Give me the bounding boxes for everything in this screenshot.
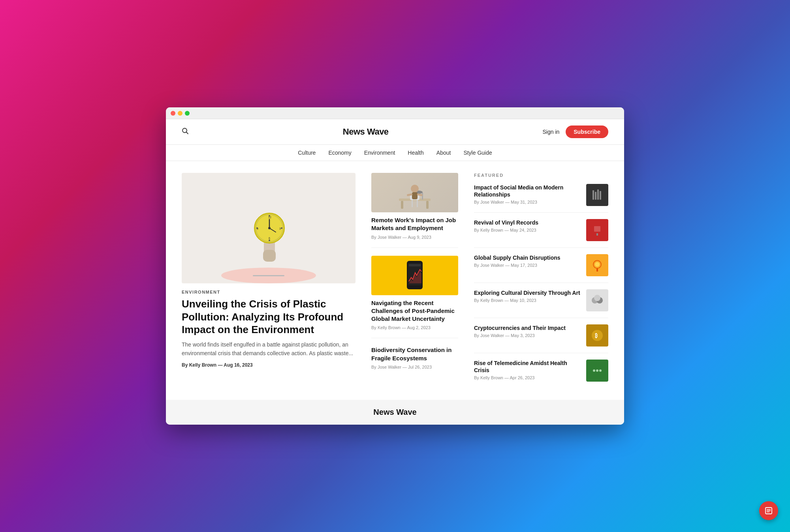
nav-item-health[interactable]: Health <box>408 150 423 156</box>
hero-byline-prefix: By <box>182 362 188 368</box>
svg-rect-39 <box>596 233 598 236</box>
featured-item[interactable]: Global Supply Chain Disruptions By Jose … <box>474 254 608 283</box>
signin-button[interactable]: Sign in <box>542 129 559 135</box>
hero-article: 12 3 6 9 ENVIRONMENT Unveiling the Crisi… <box>182 173 356 388</box>
main-content: 12 3 6 9 ENVIRONMENT Unveiling the Crisi… <box>166 161 624 400</box>
header-right: Sign in Subscribe <box>542 126 608 138</box>
featured-item[interactable]: Cryptocurrencies and Their Impact By Jos… <box>474 324 608 353</box>
article-card-2-title: Navigating the Recent Challenges of Post… <box>371 299 458 323</box>
featured-item-3-byline: By Jose Walker — May 17, 2023 <box>474 263 581 268</box>
article-card[interactable]: Biodiversity Conservation in Fragile Eco… <box>371 346 458 377</box>
article-card-1-image <box>371 173 458 212</box>
article-card-3-byline: By Jose Walker — Jul 26, 2023 <box>371 365 458 369</box>
hero-title: Unveiling the Crisis of Plastic Pollutio… <box>182 298 356 336</box>
svg-point-12 <box>268 227 271 229</box>
hero-line <box>253 275 284 276</box>
article-card-2-image <box>371 256 458 295</box>
browser-dot-fullscreen[interactable] <box>185 111 190 116</box>
svg-point-41 <box>595 262 600 267</box>
footer-title: News Wave <box>182 408 608 417</box>
svg-rect-21 <box>412 200 413 207</box>
svg-rect-35 <box>597 189 599 200</box>
featured-item-3-thumb <box>586 254 608 276</box>
svg-point-45 <box>594 295 600 301</box>
featured-item-1-title: Impact of Social Media on Modern Relatio… <box>474 184 581 198</box>
svg-point-49 <box>593 369 595 372</box>
featured-item-2-thumb <box>586 219 608 241</box>
featured-item-4-title: Exploring Cultural Diversity Through Art <box>474 289 581 296</box>
svg-rect-34 <box>595 192 596 200</box>
article-card[interactable]: Remote Work's Impact on Job Markets and … <box>371 173 458 248</box>
browser-chrome <box>166 107 624 119</box>
featured-item-2-byline: By Kelly Brown — May 24, 2023 <box>474 228 581 232</box>
featured-item-2-text: Revival of Vinyl Records By Kelly Brown … <box>474 219 581 232</box>
person-desk-image <box>371 173 458 212</box>
hero-byline-sep: — <box>218 362 224 368</box>
svg-rect-42 <box>596 268 598 272</box>
site-nav: Culture Economy Environment Health About… <box>166 145 624 161</box>
svg-point-51 <box>599 369 602 372</box>
featured-item[interactable]: Revival of Vinyl Records By Kelly Brown … <box>474 219 608 248</box>
site-header: News Wave Sign in Subscribe <box>166 119 624 145</box>
svg-text:₿: ₿ <box>595 333 598 339</box>
nav-item-culture[interactable]: Culture <box>298 150 316 156</box>
svg-point-50 <box>596 369 598 372</box>
article-card-3-title: Biodiversity Conservation in Fragile Eco… <box>371 346 458 362</box>
featured-label: FEATURED <box>474 173 608 178</box>
footer-area: News Wave <box>166 400 624 425</box>
header-left <box>182 127 189 136</box>
fab-button[interactable] <box>759 501 778 520</box>
svg-text:6: 6 <box>269 237 270 240</box>
featured-item-5-thumb: ₿ <box>586 324 608 347</box>
svg-point-25 <box>411 185 419 193</box>
featured-item-6-thumb <box>586 360 608 382</box>
svg-text:12: 12 <box>268 216 271 219</box>
svg-rect-38 <box>594 226 600 232</box>
featured-item[interactable]: Rise of Telemedicine Amidst Health Crisi… <box>474 360 608 388</box>
svg-point-7 <box>269 240 270 241</box>
svg-point-9 <box>281 227 282 229</box>
featured-section: FEATURED Impact of Social Media on Moder… <box>474 173 608 388</box>
browser-window: News Wave Sign in Subscribe Culture Econ… <box>166 107 624 425</box>
article-card-2-byline: By Kelly Brown — Aug 2, 2023 <box>371 325 458 330</box>
featured-item-3-title: Global Supply Chain Disruptions <box>474 254 581 261</box>
search-icon[interactable] <box>182 127 189 136</box>
subscribe-button[interactable]: Subscribe <box>566 126 608 138</box>
articles-section: Remote Work's Impact on Job Markets and … <box>371 173 458 388</box>
article-card-1-title: Remote Work's Impact on Job Markets and … <box>371 216 458 232</box>
article-card-1-byline: By Jose Walker — Aug 9, 2023 <box>371 235 458 240</box>
featured-item-6-title: Rise of Telemedicine Amidst Health Crisi… <box>474 360 581 374</box>
hero-category: ENVIRONMENT <box>182 290 356 294</box>
hero-image: 12 3 6 9 <box>182 173 356 283</box>
svg-rect-26 <box>412 192 418 199</box>
svg-rect-32 <box>409 264 421 266</box>
svg-rect-22 <box>417 200 418 207</box>
svg-marker-52 <box>596 375 599 376</box>
svg-rect-3 <box>263 250 276 262</box>
svg-rect-18 <box>401 201 403 209</box>
featured-item-1-text: Impact of Social Media on Modern Relatio… <box>474 184 581 204</box>
article-card[interactable]: Navigating the Recent Challenges of Post… <box>371 256 458 339</box>
browser-dot-minimize[interactable] <box>178 111 182 116</box>
hero-byline-author: Kelly Brown <box>189 362 216 368</box>
nav-item-economy[interactable]: Economy <box>328 150 351 156</box>
featured-item-1-thumb <box>586 184 608 206</box>
site-title: News Wave <box>343 127 389 137</box>
nav-item-style-guide[interactable]: Style Guide <box>463 150 492 156</box>
featured-item[interactable]: Exploring Cultural Diversity Through Art… <box>474 289 608 318</box>
svg-rect-19 <box>426 201 429 209</box>
hero-excerpt: The world finds itself engulfed in a bat… <box>182 340 356 358</box>
browser-dot-close[interactable] <box>171 111 175 116</box>
nav-item-environment[interactable]: Environment <box>364 150 395 156</box>
featured-item-2-title: Revival of Vinyl Records <box>474 219 581 226</box>
featured-item-4-thumb <box>586 289 608 311</box>
svg-line-1 <box>186 132 188 134</box>
phone-yellow-image <box>371 256 458 295</box>
hero-byline: By Kelly Brown — Aug 16, 2023 <box>182 362 356 368</box>
hero-byline-date: Aug 16, 2023 <box>224 362 252 368</box>
svg-rect-36 <box>600 191 601 200</box>
featured-item-5-text: Cryptocurrencies and Their Impact By Jos… <box>474 324 581 338</box>
featured-item[interactable]: Impact of Social Media on Modern Relatio… <box>474 184 608 213</box>
featured-item-4-byline: By Kelly Brown — May 10, 2023 <box>474 298 581 303</box>
nav-item-about[interactable]: About <box>436 150 451 156</box>
